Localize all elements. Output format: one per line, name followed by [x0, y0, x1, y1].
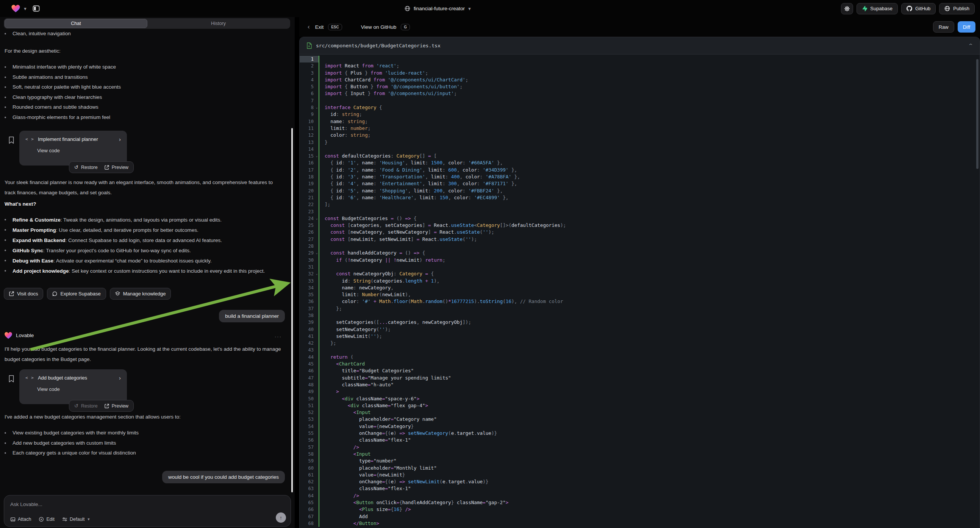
- lovable-logo-icon[interactable]: [11, 5, 20, 13]
- tab-history[interactable]: History: [147, 19, 290, 28]
- line-number: 5: [300, 83, 318, 90]
- view-code-link[interactable]: View code: [25, 386, 121, 392]
- bullet-text: Rounded corners and subtle shadows: [13, 102, 99, 113]
- version-card-add-budget-categories[interactable]: < > Add budget categories › View code: [19, 369, 127, 404]
- github-button[interactable]: GitHub: [901, 3, 935, 14]
- edit-button[interactable]: Edit: [39, 517, 54, 522]
- code-line: 53 placeholder="Category name": [300, 416, 980, 423]
- fold-chevron[interactable]: ⌄: [316, 249, 318, 256]
- code-text: { id: '5', name: 'Shopping', limit: 200,…: [318, 188, 980, 194]
- code-text: onChange={(e) => setNewCategory(e.target…: [318, 430, 980, 437]
- bullet-text: Add new budget categories with custom li…: [13, 438, 116, 448]
- bullet-dot: [5, 66, 6, 68]
- code-line: 8⌄interface Category {: [300, 104, 980, 111]
- sidebar-toggle-button[interactable]: [31, 3, 42, 14]
- fold-chevron[interactable]: ⌄: [316, 104, 318, 111]
- line-number: 8⌄: [300, 104, 318, 111]
- bookmark-icon[interactable]: [8, 136, 14, 144]
- preview-button[interactable]: Preview: [105, 165, 129, 170]
- view-code-link[interactable]: View code: [25, 148, 121, 153]
- send-button[interactable]: ↑: [276, 512, 286, 523]
- code-line: 59 type="number": [300, 458, 980, 464]
- chevron-left-icon[interactable]: ‹: [308, 23, 310, 31]
- code-lines[interactable]: 12import React from 'react';3import { Pl…: [300, 54, 980, 528]
- line-number: 58: [300, 451, 318, 458]
- code-scrollbar[interactable]: [976, 59, 978, 169]
- esc-key-badge: ESC: [328, 24, 342, 30]
- explore-supabase-button[interactable]: Explore Supabase: [47, 288, 106, 300]
- bullet-bold: Add project knowledge: [13, 268, 69, 274]
- version-card-implement-financial-planner[interactable]: < > Implement financial planner › View c…: [19, 131, 127, 165]
- github-label: GitHub: [915, 6, 931, 11]
- code-line: 17 { id: '2', name: 'Food & Dining', lim…: [300, 167, 980, 173]
- restore-label: Restore: [81, 165, 98, 170]
- code-line: 30 if (!newCategory || !newLimit) return…: [300, 257, 980, 264]
- restore-preview-pill-1: ↺ Restore Preview: [69, 161, 134, 173]
- code-text: onChange={(e) => setNewLimit(e.target.va…: [318, 479, 980, 485]
- code-text: Add: [318, 513, 980, 520]
- supabase-button[interactable]: Supabase: [856, 3, 898, 14]
- line-number: 63: [300, 485, 318, 492]
- chevron-down-icon: ▼: [87, 517, 91, 521]
- code-text: { id: '3', name: 'Transportation', limit…: [318, 173, 980, 180]
- diff-tab[interactable]: Diff: [958, 21, 975, 33]
- code-line: 45 <ChartCard: [300, 361, 980, 367]
- bullet-bold: Expand with Backend: [13, 237, 65, 243]
- fold-chevron[interactable]: ⌄: [316, 152, 318, 159]
- code-line: 18 { id: '3', name: 'Transportation', li…: [300, 173, 980, 180]
- chat-scrollbar[interactable]: [291, 128, 293, 492]
- restore-button[interactable]: ↺ Restore: [74, 164, 98, 170]
- composer-input[interactable]: Ask Lovable...: [10, 501, 43, 507]
- chat-top-bullet: Clean, intuitive navigation: [0, 29, 287, 39]
- exit-button[interactable]: Exit: [315, 24, 324, 30]
- code-line: 50 <div className="space-y-6">: [300, 396, 980, 402]
- line-number: 40: [300, 326, 318, 333]
- restore-button[interactable]: ↺ Restore: [74, 403, 98, 409]
- code-line: 32⌄ const newCategoryObj: Category = {: [300, 270, 980, 277]
- tab-chat[interactable]: Chat: [5, 19, 147, 28]
- line-number: 64: [300, 492, 318, 499]
- preview-button[interactable]: Preview: [105, 403, 129, 409]
- line-number: 15⌄: [300, 153, 318, 159]
- code-text: <div className="flex gap-4">: [318, 402, 980, 409]
- code-line: 46 title="Budget Categories": [300, 367, 980, 374]
- code-line: 34 name: newCategory,: [300, 285, 980, 291]
- lovable-avatar: [5, 332, 12, 339]
- publish-globe-icon: [944, 6, 950, 11]
- more-options-icon[interactable]: ···: [275, 334, 282, 339]
- line-number: 39: [300, 319, 318, 326]
- model-label: Default: [70, 517, 85, 522]
- chevron-down-icon[interactable]: ▼: [23, 6, 27, 11]
- manage-knowledge-button[interactable]: Manage knowledge: [110, 288, 171, 300]
- code-text: <div className="space-y-6">: [318, 396, 980, 402]
- visit-docs-button[interactable]: Visit docs: [4, 288, 43, 300]
- code-text: />: [318, 444, 980, 451]
- bookmark-icon[interactable]: [8, 375, 14, 383]
- line-number: 21: [300, 194, 318, 201]
- raw-tab[interactable]: Raw: [933, 21, 954, 33]
- list-item: Add project knowledge: Set key context o…: [0, 266, 285, 276]
- chat-composer[interactable]: Ask Lovable... Attach Edit Default ▼: [4, 495, 291, 527]
- attach-button[interactable]: Attach: [10, 517, 31, 522]
- settings-button[interactable]: [841, 3, 853, 14]
- github-icon: [907, 6, 912, 11]
- code-line: 24⌄const BudgetCategories = () => {: [300, 215, 980, 222]
- publish-button[interactable]: Publish: [939, 3, 975, 14]
- line-number: 44: [300, 354, 318, 361]
- code-line: 27 const [newLimit, setNewLimit] = React…: [300, 236, 980, 243]
- file-header[interactable]: src/components/budget/BudgetCategories.t…: [300, 37, 980, 54]
- code-line: 16 { id: '1', name: 'Housing', limit: 15…: [300, 159, 980, 166]
- model-selector[interactable]: Default ▼: [62, 517, 91, 522]
- chevron-up-icon[interactable]: ⌃: [968, 43, 974, 48]
- project-switcher[interactable]: financial-future-creator ▼: [404, 0, 472, 17]
- view-on-github-button[interactable]: View on GitHub: [361, 24, 397, 30]
- version-card-title: Add budget categories: [38, 375, 87, 381]
- code-line: 4import ChartCard from '@/components/ui/…: [300, 76, 980, 83]
- code-text: const [categories, setCategories] = Reac…: [318, 222, 980, 229]
- code-line: 55 onChange={(e) => setNewCategory(e.tar…: [300, 430, 980, 437]
- code-text: />: [318, 492, 980, 499]
- code-line: 35 limit: Number(newLimit),: [300, 291, 980, 298]
- fold-chevron[interactable]: ⌄: [316, 215, 318, 221]
- list-item: Master Prompting: Use clear, detailed, a…: [0, 225, 285, 235]
- fold-chevron[interactable]: ⌄: [316, 270, 318, 277]
